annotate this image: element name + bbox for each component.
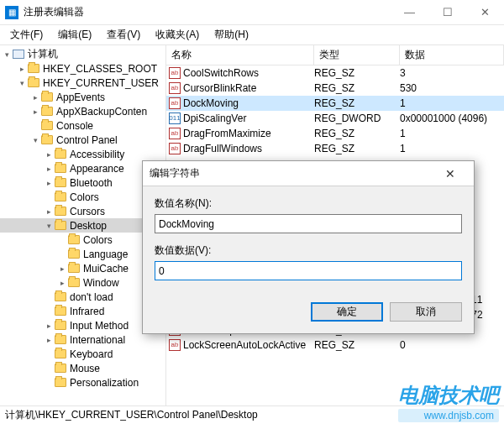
folder-icon: [40, 106, 53, 117]
cell-name: DockMoving: [183, 97, 314, 109]
tree-label: Language: [81, 249, 129, 260]
tree-label: 计算机: [26, 47, 60, 61]
menu-favorites[interactable]: 收藏夹(A): [149, 26, 206, 44]
tree-item[interactable]: ▸MuiCache: [0, 261, 165, 275]
tree-label: Accessibility: [68, 149, 126, 160]
tree-item[interactable]: ▸International: [0, 332, 165, 347]
tree-item[interactable]: ▸AppXBackupConten: [0, 104, 165, 118]
folder-icon: [54, 363, 66, 374]
window-title: 注册表编辑器: [24, 5, 391, 19]
tree-item[interactable]: ▸HKEY_CLASSES_ROOT: [0, 61, 165, 76]
expand-icon[interactable]: ▸: [17, 65, 27, 73]
col-name[interactable]: 名称: [166, 45, 314, 65]
expand-icon[interactable]: ▾: [2, 50, 12, 59]
tree-label: AppXBackupConten: [55, 106, 149, 118]
tree-item[interactable]: ▾Control Panel: [0, 133, 165, 147]
expand-icon[interactable]: ▸: [30, 93, 40, 102]
expand-icon[interactable]: ▸: [44, 322, 54, 330]
tree-label: Mouse: [68, 363, 102, 374]
tree-item[interactable]: don't load: [0, 290, 165, 304]
tree-item[interactable]: Colors: [0, 190, 165, 204]
tree-item[interactable]: ▸Input Method: [0, 318, 165, 332]
tree-item[interactable]: ▸AppEvents: [0, 90, 165, 104]
folder-icon: [54, 149, 66, 160]
expand-icon[interactable]: ▸: [30, 107, 40, 116]
list-row[interactable]: 011DpiScalingVerREG_DWORD0x00001000 (409…: [166, 111, 504, 126]
expand-icon[interactable]: ▸: [57, 279, 67, 287]
tree-item[interactable]: ▾HKEY_CURRENT_USER: [0, 76, 165, 90]
expand-icon[interactable]: ▾: [17, 79, 27, 87]
folder-icon: [54, 320, 66, 331]
tree-item[interactable]: ▸Cursors: [0, 204, 165, 218]
dialog-titlebar[interactable]: 编辑字符串 ✕: [143, 161, 474, 186]
cell-name: CoolSwitchRows: [183, 67, 314, 79]
tree-item[interactable]: ▸Appearance: [0, 161, 165, 175]
cell-type: REG_DWORD: [314, 112, 400, 124]
folder-icon: [67, 263, 80, 274]
regedit-icon: ▦: [5, 6, 18, 19]
expand-icon[interactable]: ▸: [44, 336, 54, 344]
tree-item[interactable]: Personalization: [0, 375, 165, 390]
tree-item[interactable]: ▸Window: [0, 275, 165, 290]
folder-icon: [40, 120, 53, 131]
value-data-field[interactable]: [155, 261, 462, 280]
tree-label: HKEY_CLASSES_ROOT: [41, 63, 159, 75]
tree-root[interactable]: ▾ 计算机: [0, 47, 165, 61]
tree-label: Colors: [81, 234, 114, 246]
list-row[interactable]: abDragFromMaximizeREG_SZ1: [166, 126, 504, 141]
folder-icon: [54, 220, 66, 231]
menu-view[interactable]: 查看(V): [100, 26, 147, 44]
cell-data: 1: [400, 143, 504, 154]
folder-icon: [54, 191, 66, 202]
edit-string-dialog: 编辑字符串 ✕ 数值名称(N): 数值数据(V): 确定 取消: [142, 160, 475, 334]
expand-icon[interactable]: ▸: [44, 179, 54, 187]
list-row[interactable]: abDragFullWindowsREG_SZ1: [166, 141, 504, 156]
expand-icon[interactable]: ▸: [57, 264, 67, 273]
col-type[interactable]: 类型: [314, 45, 400, 65]
tree-item[interactable]: ▾Desktop: [0, 218, 165, 233]
statusbar: 计算机\HKEY_CURRENT_USER\Control Panel\Desk…: [0, 405, 504, 424]
folder-icon: [40, 134, 53, 145]
tree-item[interactable]: Colors: [0, 233, 165, 247]
cell-type: REG_SZ: [314, 67, 400, 79]
dword-icon: 011: [169, 112, 181, 124]
menu-edit[interactable]: 编辑(E): [51, 26, 98, 44]
cell-data: 1: [400, 128, 504, 139]
ok-button[interactable]: 确定: [311, 302, 383, 322]
tree-item[interactable]: Infrared: [0, 304, 165, 318]
tree-label: Bluetooth: [68, 177, 114, 189]
maximize-button[interactable]: ☐: [428, 0, 466, 24]
list-row[interactable]: abCursorBlinkRateREG_SZ530: [166, 81, 504, 96]
string-icon: ab: [169, 143, 181, 154]
menu-file[interactable]: 文件(F): [3, 26, 50, 44]
expand-icon[interactable]: ▾: [44, 222, 54, 230]
tree-item[interactable]: ▸Bluetooth: [0, 175, 165, 190]
minimize-button[interactable]: —: [391, 0, 428, 24]
cancel-button[interactable]: 取消: [390, 302, 462, 322]
list-row[interactable]: abCoolSwitchRowsREG_SZ3: [166, 65, 504, 81]
tree-label: AppEvents: [55, 92, 107, 103]
statusbar-path: 计算机\HKEY_CURRENT_USER\Control Panel\Desk…: [5, 408, 258, 422]
expand-icon[interactable]: ▸: [44, 165, 54, 173]
tree-label: HKEY_CURRENT_USER: [41, 77, 160, 89]
cell-data: 0x00001000 (4096): [400, 112, 504, 124]
string-icon: ab: [169, 339, 181, 351]
list-row[interactable]: abLockScreenAutoLockActiveREG_SZ0: [166, 337, 504, 353]
tree-label: Appearance: [68, 163, 126, 175]
dialog-close-button[interactable]: ✕: [433, 161, 467, 186]
tree-item[interactable]: Console: [0, 118, 165, 133]
window-controls: — ☐ ✕: [391, 0, 504, 24]
menu-help[interactable]: 帮助(H): [207, 26, 255, 44]
tree-item[interactable]: Keyboard: [0, 347, 165, 361]
value-name-field[interactable]: [155, 214, 462, 233]
close-button[interactable]: ✕: [466, 0, 504, 24]
tree-item[interactable]: Mouse: [0, 361, 165, 375]
list-row[interactable]: abDockMovingREG_SZ1: [166, 96, 504, 111]
expand-icon[interactable]: ▸: [44, 150, 54, 159]
tree-item[interactable]: Language: [0, 247, 165, 261]
col-data[interactable]: 数据: [400, 45, 504, 65]
expand-icon[interactable]: ▾: [30, 136, 40, 144]
tree-item[interactable]: ▸Accessibility: [0, 147, 165, 161]
tree-label: Infrared: [68, 306, 106, 317]
expand-icon[interactable]: ▸: [44, 207, 54, 216]
